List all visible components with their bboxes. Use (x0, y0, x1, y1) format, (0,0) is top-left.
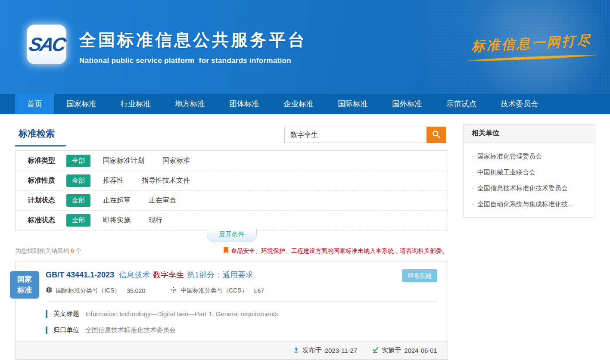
search-button[interactable] (426, 127, 446, 143)
sidebar-item-machinery-federation[interactable]: ·中国机械工业联合会 (464, 161, 595, 177)
notice-text: 食品安全、环境保护、工程建设方面的国家标准未纳入本系统，请咨询相关部委。 (231, 247, 448, 255)
nav-item-international-standards[interactable]: 国际标准 (326, 94, 380, 114)
expand-conditions-button[interactable]: 展开条件 (207, 229, 257, 242)
status-badge: 即将实施 (402, 269, 437, 282)
compass-icon (170, 286, 177, 295)
card-body: GB/T 43441.1-2023信息技术数字孪生第1部分：通用要求 即将实施 … (16, 261, 448, 334)
standard-type-badge: 国家 标准 (10, 271, 39, 299)
classification-row: 国际标准分类号（ICS） 35.020 中国标准分类号（CCS） L67 (46, 286, 437, 295)
related-units-panel: 相关单位 ·国家标准化管理委员会 ·中国机械工业联合会 ·全国信息技术标准化技术… (463, 124, 595, 218)
filter-all-button[interactable]: 全部 (66, 194, 90, 207)
filter-all-button[interactable]: 全部 (66, 155, 90, 167)
sidebar-title: 相关单位 (464, 124, 595, 143)
related-units-list: ·国家标准化管理委员会 ·中国机械工业联合会 ·全国信息技术标准化技术委员会 ·… (464, 143, 595, 217)
content-area: 标准检索 标准类型 全部 国家标准计划 国家标准 标准性质 全部 推荐性 (0, 114, 610, 364)
filter-label: 标准类型 (28, 156, 66, 165)
result-card: 国家 标准 GB/T 43441.1-2023信息技术数字孪生第1部分：通用要求… (15, 261, 448, 360)
filter-option[interactable]: 国家标准 (162, 156, 190, 165)
list-bullet: · (472, 184, 474, 192)
badge-line1: 国家 (17, 274, 32, 285)
filter-option[interactable]: 正在起草 (103, 196, 131, 205)
nav-item-foreign-standards[interactable]: 国外标准 (380, 94, 434, 114)
filter-option[interactable]: 国家标准计划 (103, 156, 144, 165)
english-title-row: 英文标题 Information technology—Digital twin… (46, 310, 437, 318)
filter-label: 计划状态 (28, 196, 66, 205)
implemented-date: 2024-06-01 (404, 347, 437, 354)
filter-label: 标准状态 (28, 216, 66, 225)
filter-option[interactable]: 指导性技术文件 (142, 176, 190, 185)
ics-classification: 国际标准分类号（ICS） 35.020 (46, 286, 145, 295)
ccs-label: 中国标准分类号（CCS） (181, 287, 248, 295)
field-value: Information technology—Digital twin—Part… (85, 310, 278, 317)
filter-row-standard-status: 标准状态 全部 即将实施 现行 (16, 210, 448, 230)
summary-suffix: 个 (75, 247, 81, 254)
field-bar (46, 327, 47, 334)
committee-row: 归口单位 全国信息技术标准化技术委员会 (46, 326, 437, 334)
main-column: 标准检索 标准类型 全部 国家标准计划 国家标准 标准性质 全部 推荐性 (15, 125, 448, 360)
result-summary: 为您找到相关结果约6个 (15, 247, 81, 255)
published-date: 2023-11-27 (325, 347, 358, 354)
field-value: 全国信息技术标准化技术委员会 (85, 326, 176, 334)
standard-title-part[interactable]: 信息技术 (119, 271, 150, 279)
filter-row-standard-type: 标准类型 全部 国家标准计划 国家标准 (16, 151, 448, 171)
search-box (284, 127, 446, 143)
nav-item-industry-standards[interactable]: 行业标准 (109, 94, 163, 114)
filter-option[interactable]: 正在审查 (149, 196, 176, 205)
field-bar (46, 310, 47, 318)
nav-item-technical-committee[interactable]: 技术委员会 (489, 94, 551, 114)
sidebar-item-automation-systems-committee[interactable]: ·全国自动化系统与集成标准化技... (464, 193, 595, 208)
nav-item-home[interactable]: 首页 (15, 94, 54, 114)
summary-prefix: 为您找到相关结果约 (15, 247, 69, 254)
ccs-value: L67 (254, 287, 264, 294)
nav-item-local-standards[interactable]: 地方标准 (163, 94, 217, 114)
search-row: 标准检索 (15, 125, 448, 146)
card-divider (46, 301, 437, 302)
sac-logo[interactable]: SAC (27, 25, 66, 64)
sidebar-item-sac[interactable]: ·国家标准化管理委员会 (464, 145, 595, 161)
nav-item-pilot-demonstration[interactable]: 示范试点 (434, 94, 489, 114)
site-subtitle: National public service platform for sta… (79, 56, 307, 65)
filter-panel: 标准类型 全部 国家标准计划 国家标准 标准性质 全部 推荐性 指导性技术文件 … (15, 150, 448, 230)
nav-item-enterprise-standards[interactable]: 企业标准 (271, 94, 326, 114)
filter-option[interactable]: 现行 (149, 216, 162, 225)
ics-label: 国际标准分类号（ICS） (56, 287, 120, 295)
search-icon (432, 130, 441, 140)
published-label: 发布于 (302, 346, 322, 355)
site-title: 全国标准信息公共服务平台 (79, 28, 307, 52)
check-icon (372, 346, 379, 355)
filter-all-button[interactable]: 全部 (66, 174, 90, 187)
summary-row: 为您找到相关结果约6个 食品安全、环境保护、工程建设方面的国家标准未纳入本系统，… (15, 247, 448, 255)
standard-code-link[interactable]: GB/T 43441.1-2023 (46, 271, 114, 279)
header-slogan: 标准信息一网打尽 (471, 31, 592, 56)
list-bullet: · (472, 200, 474, 208)
published-date-item: 发布于 2023-11-27 (293, 346, 358, 355)
ccs-classification: 中国标准分类号（CCS） L67 (170, 286, 264, 295)
section-title-standard-search: 标准检索 (15, 125, 66, 146)
upload-icon (293, 346, 299, 355)
sidebar-item-label: 中国机械工业联合会 (477, 168, 535, 176)
result-count: 6 (69, 247, 75, 254)
list-bullet: · (472, 168, 474, 176)
filter-option[interactable]: 即将实施 (103, 216, 131, 225)
bookmark-icon (223, 247, 229, 255)
system-notice: 食品安全、环境保护、工程建设方面的国家标准未纳入本系统，请咨询相关部委。 (223, 247, 448, 255)
search-input[interactable] (284, 127, 426, 143)
filter-option[interactable]: 推荐性 (103, 176, 124, 185)
filter-row-standard-nature: 标准性质 全部 推荐性 指导性技术文件 (16, 171, 448, 190)
badge-line2: 标准 (17, 285, 32, 296)
filter-label: 标准性质 (28, 176, 66, 185)
filter-all-button[interactable]: 全部 (66, 214, 90, 227)
sidebar-item-it-standardization-committee[interactable]: ·全国信息技术标准化技术委员会 (464, 177, 595, 193)
sac-logo-text: SAC (27, 34, 66, 55)
field-label: 归口单位 (53, 326, 79, 334)
nav-item-national-standards[interactable]: 国家标准 (54, 94, 109, 114)
globe-icon (46, 286, 53, 295)
standard-title-part[interactable]: 第1部分：通用要求 (187, 271, 253, 279)
standard-title-row: GB/T 43441.1-2023信息技术数字孪生第1部分：通用要求 即将实施 (46, 270, 437, 280)
standard-title-keyword[interactable]: 数字孪生 (153, 271, 184, 279)
nav-item-group-standards[interactable]: 团体标准 (217, 94, 271, 114)
implemented-date-item: 实施于 2024-06-01 (372, 346, 437, 355)
sidebar-item-label: 国家标准化管理委员会 (477, 152, 542, 160)
site-titles: 全国标准信息公共服务平台 National public service pla… (79, 28, 307, 65)
main-navigation: 首页 国家标准 行业标准 地方标准 团体标准 企业标准 国际标准 国外标准 示范… (0, 94, 610, 114)
